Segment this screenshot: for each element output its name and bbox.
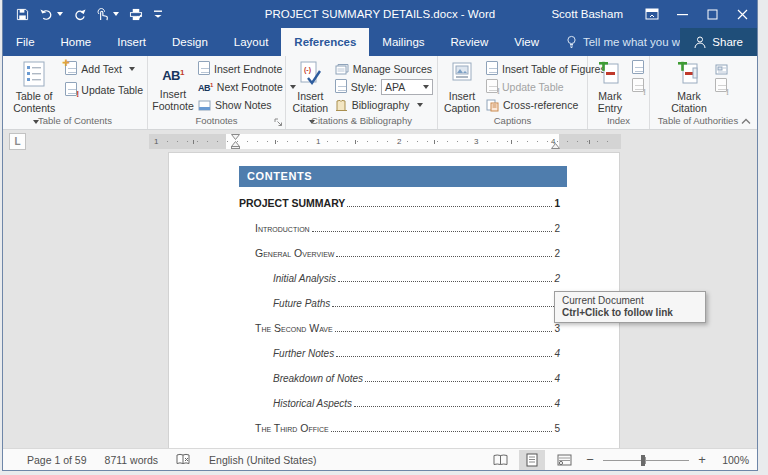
toc-entry[interactable]: Initial Analysis2 [239, 272, 560, 284]
tab-insert[interactable]: Insert [104, 28, 159, 56]
document-area: L 11234 CONTENTS PROJECT SUMMARY1Introdu… [3, 130, 757, 448]
tab-view[interactable]: View [501, 28, 552, 56]
manage-sources-button[interactable]: Manage Sources [335, 60, 433, 78]
add-text-button[interactable]: ✚ Add Text [65, 60, 143, 78]
zoom-slider-thumb[interactable] [641, 455, 645, 466]
touch-mode-icon[interactable] [93, 6, 122, 23]
mark-entry-icon [597, 61, 623, 87]
account-name[interactable]: Scott Basham [551, 8, 623, 20]
toc-entry[interactable]: Breakdown of Notes4 [239, 372, 560, 384]
dot-leader [332, 306, 558, 307]
save-icon[interactable] [13, 6, 32, 23]
tab-home[interactable]: Home [48, 28, 105, 56]
tab-design[interactable]: Design [159, 28, 221, 56]
maximize-icon[interactable] [697, 0, 727, 28]
dot-leader [354, 406, 552, 407]
toc-entry[interactable]: Historical Aspects4 [239, 397, 560, 409]
style-combobox[interactable]: APA [381, 79, 433, 95]
footnotes-dialog-launcher-icon[interactable] [274, 118, 283, 127]
zoom-level[interactable]: 100% [715, 454, 749, 466]
group-label-table-of-contents: Table of Contents [3, 114, 147, 129]
update-table-icon: ! [65, 82, 77, 98]
ruler-number: 1 [314, 137, 322, 146]
next-footnote-icon: AB1 [198, 82, 213, 93]
print-layout-icon[interactable] [519, 450, 545, 470]
group-label-citations: Citations & Bibliography [286, 114, 437, 129]
ruler-tick [275, 140, 276, 144]
insert-index-button[interactable] [632, 60, 644, 78]
insert-endnote-button[interactable]: Insert Endnote [198, 60, 296, 78]
insert-caption-icon [450, 61, 474, 87]
toc-entry[interactable]: The Third Office5 [239, 422, 560, 434]
toc-entry[interactable]: The Second Wave3 [239, 322, 560, 334]
show-notes-button[interactable]: Show Notes [198, 96, 296, 114]
redo-icon[interactable] [70, 6, 89, 23]
word-count[interactable]: 8711 words [105, 454, 159, 466]
mark-citation-icon [676, 61, 702, 87]
toc-page-number: 4 [554, 373, 560, 384]
status-bar: Page 1 of 59 8711 words English (United … [3, 448, 757, 470]
bibliography-button[interactable]: Bibliography [335, 96, 433, 114]
add-text-icon: ✚ [65, 61, 77, 77]
proofing-status-icon[interactable] [176, 453, 191, 466]
insert-table-of-figures-icon [486, 61, 498, 77]
toc-entry-text: The Third Office [255, 422, 329, 434]
minimize-icon[interactable] [667, 0, 697, 28]
insert-caption-button[interactable]: Insert Caption [442, 59, 482, 114]
insert-table-of-authorities-button[interactable] [715, 60, 729, 78]
page-indicator[interactable]: Page 1 of 59 [27, 454, 87, 466]
table-of-contents-button[interactable]: Table of Contents [7, 59, 61, 114]
update-table-of-authorities-button[interactable]: ! [715, 78, 729, 96]
style-label: Style: [351, 81, 377, 93]
share-button[interactable]: Share [680, 28, 757, 56]
toc-page-number: 2 [554, 273, 560, 284]
quick-access-toolbar [3, 6, 166, 23]
ribbon-group-captions: Insert Caption Insert Table of Figures !… [438, 56, 588, 129]
language-indicator[interactable]: English (United States) [209, 454, 316, 466]
mark-entry-button[interactable]: Mark Entry [592, 59, 628, 114]
ruler-tick [193, 140, 194, 144]
update-table-button[interactable]: ! Update Table [65, 81, 143, 99]
title-bar: PROJECT SUMMARY DETAILS.docx - Word Scot… [3, 0, 757, 28]
zoom-in-icon[interactable]: + [695, 452, 709, 467]
update-index-button[interactable]: ! [632, 78, 644, 96]
quick-print-icon[interactable] [126, 6, 146, 23]
collapse-ribbon-icon[interactable] [741, 118, 751, 125]
ribbon-group-index: Mark Entry ! Index [588, 56, 650, 129]
insert-footnote-button[interactable]: AB1 Insert Footnote [152, 59, 194, 114]
tab-stop-selector[interactable]: L [9, 133, 26, 150]
read-mode-icon[interactable] [487, 450, 513, 470]
style-value: APA [385, 81, 405, 93]
zoom-out-icon[interactable]: − [583, 452, 597, 467]
insert-citation-button[interactable]: (-) Insert Citation [290, 59, 331, 114]
ribbon-display-options-icon[interactable] [637, 0, 667, 28]
group-label-captions: Captions [438, 114, 587, 129]
tab-file[interactable]: File [3, 28, 48, 56]
toc-entry[interactable]: Introduction2 [239, 222, 560, 234]
contents-heading: CONTENTS [239, 166, 567, 187]
toc-entry[interactable]: PROJECT SUMMARY1 [239, 197, 560, 209]
tab-mailings[interactable]: Mailings [369, 28, 437, 56]
table-of-contents: PROJECT SUMMARY1Introduction2General Ove… [239, 197, 560, 447]
customize-qat-icon[interactable] [150, 6, 166, 22]
toc-entry[interactable]: Future Paths [239, 297, 560, 309]
toc-entry[interactable]: Further Notes4 [239, 347, 560, 359]
zoom-slider[interactable] [603, 450, 689, 470]
web-layout-icon[interactable] [551, 450, 577, 470]
next-footnote-button[interactable]: AB1 Next Footnote [198, 78, 296, 96]
tab-review[interactable]: Review [438, 28, 502, 56]
document-page[interactable]: CONTENTS PROJECT SUMMARY1Introduction2Ge… [168, 152, 620, 448]
tab-references[interactable]: References [281, 28, 369, 56]
right-indent-marker[interactable] [551, 140, 560, 149]
tooltip-line1: Current Document [562, 295, 698, 306]
tab-layout[interactable]: Layout [221, 28, 282, 56]
dot-leader [338, 281, 552, 282]
toc-entry-text: Initial Analysis [273, 273, 336, 284]
undo-icon[interactable] [36, 6, 66, 23]
close-icon[interactable] [727, 0, 757, 28]
mark-citation-button[interactable]: Mark Citation [667, 59, 711, 114]
toc-entry[interactable]: General Overview2 [239, 247, 560, 259]
update-captions-table-icon: ! [486, 79, 498, 95]
first-line-indent-marker[interactable] [231, 134, 240, 149]
ruler-tick [589, 140, 590, 144]
